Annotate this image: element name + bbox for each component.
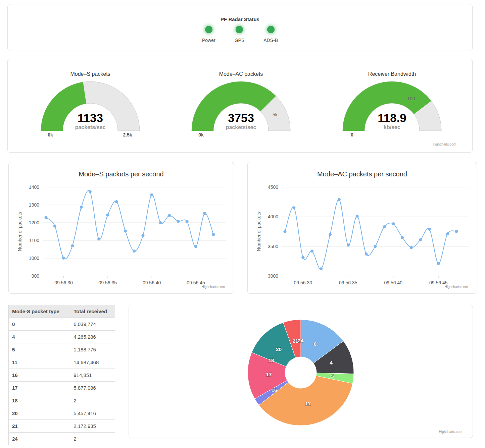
- gauge-axis-tick-label: 5k: [273, 112, 278, 117]
- data-point-marker[interactable]: [159, 221, 162, 224]
- packet-type-cell: 24: [9, 433, 70, 445]
- data-point-marker[interactable]: [168, 214, 171, 217]
- data-point-marker[interactable]: [446, 232, 449, 235]
- gauges-panel: Mode–S packets 1133packets/sec0k2.5k Mod…: [7, 59, 473, 153]
- data-point-marker[interactable]: [437, 262, 440, 265]
- total-received-cell: 2: [70, 433, 115, 445]
- gauge-bandwidth-title: Receiver Bandwidth: [340, 71, 444, 77]
- data-point-marker[interactable]: [203, 212, 206, 215]
- data-point-marker[interactable]: [284, 230, 287, 233]
- mode-s-packet-type-table: Mode-S packet type Total received 06,039…: [8, 305, 115, 445]
- pie-slice-label: 17: [266, 372, 272, 377]
- gauge-min-label: 0k: [48, 132, 53, 137]
- data-point-marker[interactable]: [133, 249, 136, 253]
- y-axis-tick-label: 1100: [29, 238, 39, 243]
- table-row: 1114,687,468: [9, 356, 115, 369]
- gauge-mode-ac: Mode–AC packets 3753packets/sec0k5k: [189, 59, 293, 139]
- data-point-marker[interactable]: [124, 229, 127, 232]
- status-item-power: Power: [202, 26, 215, 43]
- status-item-adsb: ADS-B: [263, 26, 278, 43]
- data-point-marker[interactable]: [62, 257, 65, 260]
- adsb-status-led-icon: [267, 26, 275, 33]
- packet-type-cell: 16: [9, 369, 70, 382]
- data-point-marker[interactable]: [186, 220, 189, 223]
- data-point-marker[interactable]: [401, 236, 404, 239]
- highcharts-credit[interactable]: Highcharts.com: [439, 430, 462, 434]
- total-received-cell: 2,172,935: [70, 420, 115, 433]
- pie-slice-label: 20: [276, 346, 282, 352]
- x-axis-tick-label: 09:56:35: [99, 280, 117, 285]
- data-point-marker[interactable]: [150, 193, 153, 197]
- data-point-marker[interactable]: [356, 215, 359, 218]
- packet-type-cell: 18: [9, 394, 70, 407]
- data-point-marker[interactable]: [347, 244, 350, 247]
- y-axis-tick-label: 1000: [29, 256, 39, 261]
- data-point-marker[interactable]: [374, 245, 377, 248]
- table-row: 205,457,416: [9, 407, 115, 420]
- data-point-marker[interactable]: [338, 198, 341, 201]
- table-header-row: Mode-S packet type Total received: [9, 305, 115, 318]
- power-status-label: Power: [202, 38, 215, 43]
- gauge-unit-text: packets/sec: [75, 124, 106, 130]
- table-row: 182: [9, 394, 115, 407]
- pie-slice-label: 16: [272, 387, 277, 393]
- line-series-path: [46, 190, 213, 259]
- total-received-cell: 5,877,086: [70, 382, 115, 394]
- packet-type-cell: 0: [9, 318, 70, 331]
- data-point-marker[interactable]: [115, 200, 118, 203]
- data-point-marker[interactable]: [97, 237, 100, 240]
- column-header-packet-type: Mode-S packet type: [9, 305, 70, 318]
- table-row: 44,265,286: [9, 331, 115, 343]
- data-point-marker[interactable]: [89, 190, 92, 193]
- gauge-min-label: 0: [351, 132, 353, 137]
- pie-slice-label: 4: [330, 360, 333, 366]
- data-point-marker[interactable]: [320, 267, 323, 270]
- data-point-marker[interactable]: [301, 256, 304, 259]
- data-point-marker[interactable]: [45, 216, 48, 219]
- data-point-marker[interactable]: [141, 234, 144, 237]
- data-point-marker[interactable]: [310, 249, 313, 253]
- data-point-marker[interactable]: [392, 222, 395, 225]
- table-row: 16914,851: [9, 369, 115, 382]
- x-axis-tick-label: 09:56:30: [294, 280, 312, 285]
- pie-slice-label: 18: [269, 357, 274, 363]
- data-point-marker[interactable]: [212, 233, 215, 236]
- y-axis-tick-label: 1400: [29, 184, 39, 190]
- data-point-marker[interactable]: [177, 220, 180, 223]
- data-point-marker[interactable]: [194, 245, 197, 248]
- data-point-marker[interactable]: [455, 230, 458, 233]
- gauge-axis-tick-label: 100: [407, 96, 415, 101]
- gps-status-label: GPS: [235, 38, 245, 43]
- gps-status-led-icon: [236, 26, 243, 33]
- y-axis-title: Number of packets: [17, 212, 22, 251]
- mode-ac-line-chart-panel: Mode–AC packets per second Highcharts.co…: [247, 162, 477, 294]
- data-point-marker[interactable]: [106, 214, 109, 217]
- total-received-cell: 5,457,416: [70, 407, 115, 420]
- gauge-value-text: 118.9: [378, 111, 406, 124]
- gauge-max-label: 2.5k: [123, 132, 132, 137]
- gauge-mode-ac-title: Mode–AC packets: [189, 71, 293, 77]
- y-axis-tick-label: 3000: [268, 273, 278, 279]
- data-point-marker[interactable]: [71, 244, 74, 247]
- highcharts-credit[interactable]: Highcharts.com: [433, 143, 456, 146]
- data-point-marker[interactable]: [383, 225, 386, 228]
- data-point-marker[interactable]: [410, 246, 413, 249]
- data-point-marker[interactable]: [419, 238, 422, 241]
- status-indicator-row: Power GPS ADS-B: [8, 26, 472, 43]
- gauge-bandwidth-chart: 118.9kb/sec0100: [340, 78, 444, 139]
- gauge-mode-s: Mode–S packets 1133packets/sec0k2.5k: [38, 59, 142, 139]
- total-received-cell: 1,188,775: [70, 343, 115, 356]
- x-axis-tick-label: 09:56:45: [429, 280, 448, 285]
- data-point-marker[interactable]: [80, 206, 83, 209]
- data-point-marker[interactable]: [329, 233, 332, 236]
- x-axis-tick-label: 09:56:30: [54, 280, 73, 285]
- data-point-marker[interactable]: [292, 206, 295, 209]
- y-axis-tick-label: 4000: [268, 214, 278, 219]
- data-point-marker[interactable]: [53, 225, 56, 228]
- x-axis-tick-label: 09:56:35: [339, 280, 357, 285]
- data-point-marker[interactable]: [365, 253, 368, 256]
- gauge-value-text: 3753: [228, 111, 254, 124]
- data-point-marker[interactable]: [428, 228, 431, 231]
- y-axis-tick-label: 900: [32, 273, 40, 279]
- column-header-total-received: Total received: [70, 305, 115, 318]
